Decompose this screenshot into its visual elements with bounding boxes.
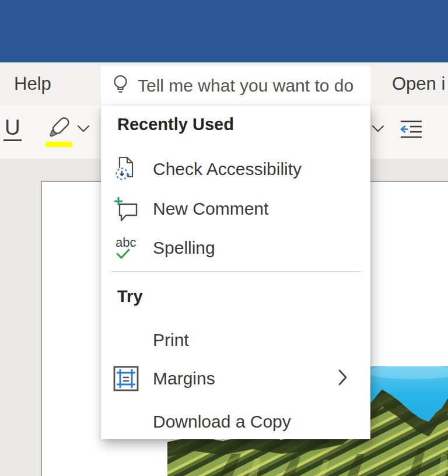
open-in-label: Open i (392, 74, 445, 94)
decrease-indent-button[interactable] (399, 118, 424, 144)
decrease-indent-icon (399, 118, 424, 141)
menu-item-download-a-copy[interactable]: Download a Copy (101, 402, 370, 442)
menu-item-label: New Comment (153, 199, 268, 219)
highlighter-icon (42, 117, 75, 147)
app-titlebar (0, 0, 448, 62)
menu-item-print[interactable]: Print (101, 320, 370, 360)
empty-icon-spacer (113, 408, 139, 435)
text-highlight-button[interactable] (42, 117, 75, 149)
svg-text:abc: abc (116, 235, 136, 250)
highlight-dropdown-arrow[interactable] (76, 124, 90, 136)
new-comment-icon (113, 195, 139, 222)
try-header: Try (117, 287, 143, 306)
menu-item-spelling[interactable]: abc Spelling (101, 228, 370, 268)
menu-item-label: Margins (153, 369, 215, 388)
menu-divider (111, 271, 361, 272)
menu-item-check-accessibility[interactable]: Check Accessibility (101, 149, 370, 189)
chevron-down-icon (76, 124, 90, 134)
margins-icon (113, 365, 139, 392)
menu-item-label: Check Accessibility (153, 159, 302, 179)
underline-button[interactable]: U (4, 112, 29, 149)
underline-button-label: U (4, 112, 22, 141)
empty-icon-spacer (113, 327, 139, 354)
lightbulb-icon (113, 74, 128, 97)
menu-item-label: Print (153, 330, 189, 350)
word-online-window: Help Open i U (0, 0, 448, 476)
highlight-color-swatch (46, 142, 72, 147)
menu-item-margins[interactable]: Margins (101, 359, 370, 398)
open-in-desktop-link[interactable]: Open i (392, 62, 445, 105)
recently-used-header: Recently Used (117, 115, 234, 134)
submenu-chevron-right-icon (338, 369, 348, 388)
spelling-icon: abc (113, 235, 139, 261)
ribbon-dropdown-arrow[interactable] (371, 124, 385, 136)
menu-item-new-comment[interactable]: New Comment (101, 189, 370, 229)
tell-me-search-box[interactable] (101, 66, 370, 105)
tab-help[interactable]: Help (14, 62, 51, 105)
menu-item-label: Download a Copy (153, 412, 291, 432)
tell-me-search-input[interactable] (136, 75, 370, 96)
menu-item-label: Spelling (153, 238, 215, 258)
tell-me-dropdown-menu: Recently Used Check Accessibility (101, 105, 370, 439)
check-accessibility-icon (113, 156, 139, 183)
chevron-down-icon (371, 124, 385, 134)
help-tab-label: Help (14, 74, 51, 94)
